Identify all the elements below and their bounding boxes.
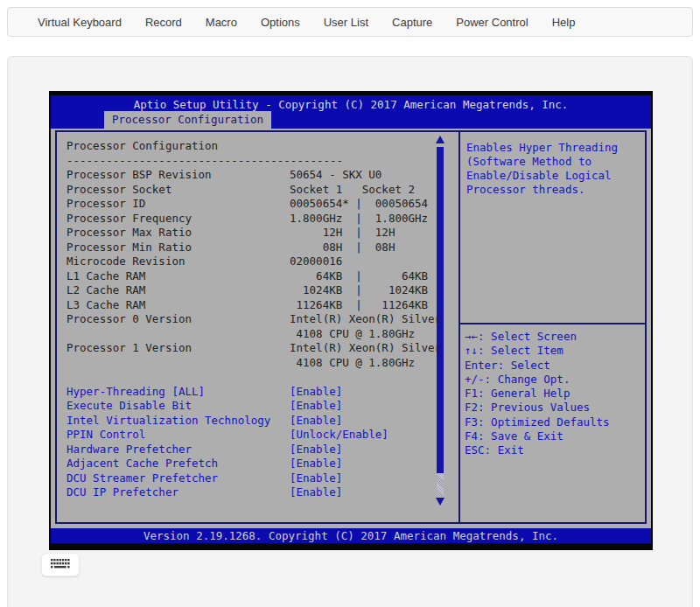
row-label bbox=[66, 356, 290, 371]
info-row: Processor SocketSocket 1 Socket 2 bbox=[66, 183, 458, 198]
bios-titlebar: Aptio Setup Utility - Copyright (C) 2017… bbox=[51, 95, 651, 129]
menu-item-help[interactable]: Help bbox=[552, 16, 576, 29]
scrollbar-thumb[interactable] bbox=[437, 147, 444, 473]
menu-item-record[interactable]: Record bbox=[145, 16, 182, 29]
section-heading: Processor Configuration bbox=[66, 139, 458, 154]
row-label: Processor BSP Revision bbox=[66, 168, 290, 183]
key-hint-line: →←: Select Screen bbox=[465, 330, 643, 344]
key-hint-line: +/-: Change Opt. bbox=[465, 373, 643, 387]
row-label: Processor 1 Version bbox=[66, 341, 290, 356]
row-value: [Enable] bbox=[290, 414, 342, 429]
pane-divider bbox=[458, 132, 460, 522]
processor-info-list: Processor BSP Revision50654 - SKX U0Proc… bbox=[66, 168, 458, 370]
info-row: Processor ID00050654* | 00050654 bbox=[66, 197, 458, 212]
row-value: 4108 CPU @ 1.80GHz bbox=[290, 327, 415, 342]
menu-item-macro[interactable]: Macro bbox=[206, 16, 237, 29]
row-label bbox=[66, 327, 290, 342]
option-row[interactable]: Hyper-Threading [ALL][Enable] bbox=[66, 385, 458, 400]
processor-options-list: Hyper-Threading [ALL][Enable]Execute Dis… bbox=[66, 385, 458, 500]
key-hints: →←: Select Screen↑↓: Select ItemEnter: S… bbox=[465, 330, 643, 458]
info-row: Processor Max Ratio 12H | 12H bbox=[66, 226, 458, 241]
bios-scrollbar[interactable] bbox=[436, 135, 444, 509]
info-row: Processor 1 VersionIntel(R) Xeon(R) Silv… bbox=[66, 341, 458, 356]
info-row: Microcode Revision02000016 bbox=[66, 255, 458, 269]
scroll-down-icon[interactable] bbox=[436, 498, 444, 506]
row-value: 02000016 bbox=[290, 255, 342, 269]
row-label: Processor ID bbox=[66, 197, 290, 212]
key-hint-line: F4: Save & Exit bbox=[465, 429, 643, 443]
row-label: Adjacent Cache Prefetch bbox=[66, 457, 290, 471]
row-value: Intel(R) Xeon(R) Silver bbox=[290, 312, 441, 327]
info-row: Processor 0 VersionIntel(R) Xeon(R) Silv… bbox=[66, 312, 458, 327]
row-label: Processor Socket bbox=[66, 183, 290, 198]
info-row: L2 Cache RAM 1024KB | 1024KB bbox=[66, 283, 458, 298]
row-label: PPIN Control bbox=[66, 428, 290, 443]
row-label: Processor Min Ratio bbox=[66, 241, 290, 255]
row-label: L2 Cache RAM bbox=[66, 283, 290, 298]
row-value: 00050654* | 00050654 bbox=[290, 197, 428, 212]
row-value: Socket 1 Socket 2 bbox=[290, 183, 415, 198]
row-value: [Enable] bbox=[290, 471, 342, 486]
info-row: Processor Frequency1.800GHz | 1.800GHz bbox=[66, 212, 458, 227]
bios-content: Processor Configuration ----------------… bbox=[51, 129, 651, 528]
info-row: 4108 CPU @ 1.80GHz bbox=[66, 356, 458, 371]
row-label: Processor Max Ratio bbox=[66, 226, 290, 241]
info-row: L1 Cache RAM 64KB | 64KB bbox=[66, 269, 458, 284]
row-value: [Enable] bbox=[290, 399, 342, 414]
help-line: Enable/Disable Logical bbox=[466, 169, 641, 183]
info-row: L3 Cache RAM 11264KB | 11264KB bbox=[66, 298, 458, 313]
virtual-keyboard-button[interactable] bbox=[41, 553, 80, 576]
tab-processor-configuration[interactable]: Processor Configuration bbox=[104, 111, 271, 129]
option-row[interactable]: Adjacent Cache Prefetch[Enable] bbox=[66, 457, 458, 471]
row-label: Execute Disable Bit bbox=[66, 399, 290, 414]
row-value: [Enable] bbox=[290, 385, 342, 400]
row-value: Intel(R) Xeon(R) Silver bbox=[290, 341, 441, 356]
option-row[interactable]: Execute Disable Bit[Enable] bbox=[66, 399, 458, 414]
info-row: Processor BSP Revision50654 - SKX U0 bbox=[66, 168, 458, 183]
bios-title: Aptio Setup Utility - Copyright (C) 2017… bbox=[51, 98, 651, 111]
option-row[interactable]: DCU Streamer Prefetcher[Enable] bbox=[66, 471, 458, 486]
bios-remote-screen[interactable]: Aptio Setup Utility - Copyright (C) 2017… bbox=[49, 91, 653, 550]
row-value: 64KB | 64KB bbox=[290, 269, 428, 284]
help-line: (Software Method to bbox=[466, 155, 641, 169]
key-hint-line: Enter: Select bbox=[465, 359, 643, 373]
help-line: Processor threads. bbox=[466, 183, 641, 197]
menu-item-capture[interactable]: Capture bbox=[392, 16, 432, 29]
option-row[interactable]: Intel Virtualization Technology[Enable] bbox=[66, 414, 458, 429]
menu-item-user-list[interactable]: User List bbox=[324, 16, 368, 29]
row-label: DCU Streamer Prefetcher bbox=[66, 471, 290, 486]
scroll-up-icon[interactable] bbox=[436, 136, 444, 143]
key-hint-line: ↑↓: Select Item bbox=[465, 344, 643, 358]
row-label: Processor 0 Version bbox=[66, 312, 290, 327]
info-row: 4108 CPU @ 1.80GHz bbox=[66, 327, 458, 342]
info-row: Processor Min Ratio 08H | 08H bbox=[66, 241, 458, 255]
row-value: 1024KB | 1024KB bbox=[290, 283, 428, 298]
key-hint-line: F1: General Help bbox=[465, 387, 643, 401]
option-row[interactable]: PPIN Control[Unlock/Enable] bbox=[66, 428, 458, 443]
key-hint-line: F3: Optimized Defaults bbox=[465, 415, 643, 429]
row-value: [Enable] bbox=[290, 485, 342, 500]
scrollbar-track[interactable] bbox=[437, 473, 444, 496]
row-value: [Unlock/Enable] bbox=[290, 428, 388, 443]
row-label: Intel Virtualization Technology bbox=[66, 414, 290, 429]
row-value: [Enable] bbox=[290, 443, 342, 457]
section-divider: ----------------------------------------… bbox=[66, 154, 458, 169]
row-label: DCU IP Prefetcher bbox=[66, 485, 290, 500]
row-value: 4108 CPU @ 1.80GHz bbox=[290, 356, 415, 371]
option-row[interactable]: Hardware Prefetcher[Enable] bbox=[66, 443, 458, 457]
row-label: L1 Cache RAM bbox=[66, 269, 290, 284]
option-row[interactable]: DCU IP Prefetcher[Enable] bbox=[66, 485, 458, 500]
menu-item-virtual-keyboard[interactable]: Virtual Keyboard bbox=[38, 16, 122, 29]
row-label: L3 Cache RAM bbox=[66, 298, 290, 313]
bios-settings-pane: Processor Configuration ----------------… bbox=[57, 132, 458, 522]
row-value: 08H | 08H bbox=[290, 241, 395, 255]
row-value: 50654 - SKX U0 bbox=[290, 168, 382, 183]
help-text: Enables Hyper Threading(Software Method … bbox=[466, 141, 641, 197]
menu-item-options[interactable]: Options bbox=[261, 16, 300, 29]
viewer-menu-bar: Virtual KeyboardRecordMacroOptionsUser L… bbox=[7, 7, 693, 37]
help-line: Enables Hyper Threading bbox=[466, 141, 641, 155]
keys-separator bbox=[460, 323, 645, 324]
row-label: Hyper-Threading [ALL] bbox=[66, 385, 290, 400]
row-value: 1.800GHz | 1.800GHz bbox=[290, 212, 428, 227]
menu-item-power-control[interactable]: Power Control bbox=[456, 16, 528, 29]
